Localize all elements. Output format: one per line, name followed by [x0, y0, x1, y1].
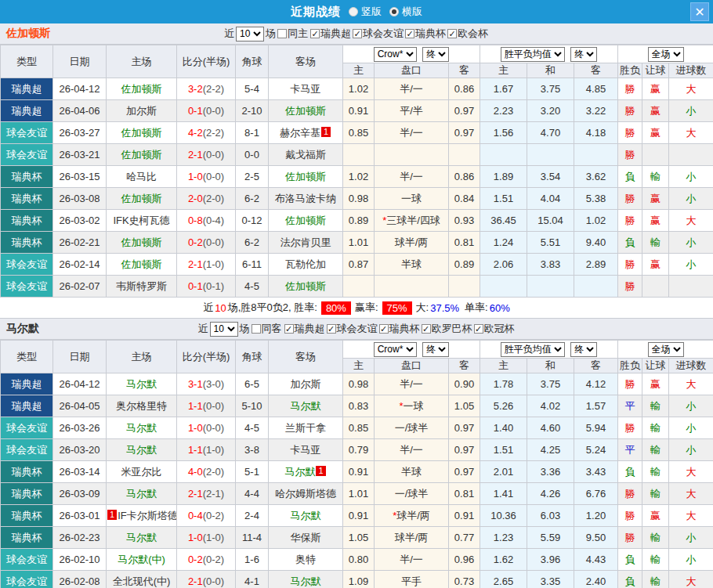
- odds-company-select[interactable]: Crow*: [374, 47, 417, 62]
- corner-score: 4-5: [236, 276, 269, 298]
- checkbox-checked-icon[interactable]: ✓: [327, 324, 336, 334]
- league-filter[interactable]: ✓欧罗巴杯: [422, 322, 472, 336]
- team-label: IFK史柯瓦德: [113, 215, 169, 226]
- avg-draw-odds: 3.35: [527, 571, 574, 588]
- halftime-score: (0-2): [203, 510, 224, 521]
- team-label: 佐加顿斯: [121, 236, 162, 248]
- league-filter[interactable]: ✓瑞典超: [310, 27, 351, 41]
- league-filter[interactable]: ✓欧会杯: [447, 27, 488, 41]
- odds-home: 0.80: [343, 549, 375, 571]
- col-date: 日期: [53, 45, 107, 78]
- league-filter[interactable]: ✓瑞典杯: [379, 322, 420, 336]
- handicap: 半/一: [375, 166, 449, 188]
- avg-draw-odds: 4.04: [527, 188, 574, 210]
- team-label: 佐加顿斯: [121, 193, 162, 204]
- team-name-home: 佐加顿斯: [6, 27, 50, 41]
- avg-home-odds: 2.01: [480, 461, 527, 483]
- same-venue-filter[interactable]: 同主: [277, 27, 308, 41]
- league-badge: 球会友谊: [1, 276, 53, 298]
- odds-time-select[interactable]: 终: [422, 342, 449, 357]
- scope-select[interactable]: 全场: [648, 47, 684, 62]
- scope-select[interactable]: 全场: [648, 342, 684, 357]
- result-goals: 大: [669, 373, 713, 395]
- odds-home: 1.05: [343, 527, 375, 549]
- red-card-badge: 1: [107, 510, 117, 520]
- rounds-select[interactable]: 10: [236, 27, 264, 41]
- away-team: 马尔默: [269, 395, 343, 417]
- avg-draw-odds: 3.83: [527, 254, 574, 276]
- match-date: 26-03-20: [53, 439, 107, 461]
- checkbox-unchecked-icon[interactable]: [252, 324, 261, 334]
- result-handicap: 輸: [642, 439, 669, 461]
- avg-type-select[interactable]: 胜平负均值: [501, 342, 565, 357]
- team-label: 卡马亚: [291, 444, 321, 456]
- avg-time-select[interactable]: 终: [570, 342, 597, 357]
- league-filters: ✓瑞典超✓球会友谊✓瑞典杯✓欧会杯: [309, 27, 489, 41]
- odds-time-select[interactable]: 终: [422, 47, 449, 62]
- match-date: 26-04-05: [53, 395, 107, 417]
- checkbox-checked-icon[interactable]: ✓: [422, 324, 431, 334]
- result-handicap: 輸: [642, 549, 669, 571]
- league-filter-label: 欧冠杯: [484, 322, 515, 336]
- rounds-select[interactable]: 10: [210, 322, 238, 337]
- layout-horizontal-option[interactable]: 横版: [382, 5, 422, 19]
- checkbox-checked-icon[interactable]: ✓: [379, 324, 389, 334]
- team-label: 哈尔姆斯塔德: [275, 488, 336, 500]
- profit-rate-badge: 75%: [382, 301, 412, 315]
- avg-draw-odds: 4.70: [527, 122, 574, 144]
- filter-controls: 近 10 场 同客 ✓瑞典超✓球会友谊✓瑞典杯✓欧罗巴杯✓欧冠杯: [197, 322, 516, 337]
- league-filter[interactable]: ✓球会友谊: [327, 322, 378, 336]
- match-date: 26-04-12: [53, 78, 107, 100]
- league-filter[interactable]: ✓球会友谊: [353, 27, 404, 41]
- checkbox-checked-icon[interactable]: ✓: [474, 324, 483, 334]
- halftime-score: (0-0): [203, 105, 224, 117]
- subcol-odds-home: 主: [343, 63, 375, 78]
- checkbox-checked-icon[interactable]: ✓: [353, 29, 362, 38]
- league-filter[interactable]: ✓瑞典超: [284, 322, 325, 336]
- fulltime-score: 1-1: [188, 400, 203, 412]
- match-date: 26-02-14: [53, 254, 107, 276]
- result-wdl: 勝: [618, 417, 642, 439]
- checkbox-checked-icon[interactable]: ✓: [447, 29, 457, 38]
- avg-type-select[interactable]: 胜平负均值: [501, 47, 565, 62]
- team-label: 米亚尔比: [121, 466, 162, 478]
- team-label: 全北现代(中): [113, 575, 171, 587]
- home-team: 米亚尔比: [107, 461, 177, 483]
- same-venue-filter[interactable]: 同客: [252, 322, 282, 336]
- summary-count: 10: [215, 302, 226, 314]
- league-filter[interactable]: ✓瑞典杯: [405, 27, 446, 41]
- halftime-score: (0-0): [203, 171, 224, 182]
- odds-home: 0.89: [343, 210, 375, 232]
- checkbox-checked-icon[interactable]: ✓: [284, 324, 294, 334]
- checkbox-unchecked-icon[interactable]: [277, 29, 287, 38]
- handicap: 半球: [375, 461, 449, 483]
- close-button[interactable]: ✕: [690, 2, 709, 21]
- checkbox-checked-icon[interactable]: ✓: [310, 29, 320, 38]
- away-team: 佐加顿斯: [269, 166, 343, 188]
- league-badge: 瑞典超: [1, 373, 53, 395]
- match-score: 0-2(0-0): [177, 232, 236, 254]
- result-wdl: 勝: [618, 505, 642, 527]
- radio-unchecked-icon[interactable]: [349, 7, 358, 16]
- odds-company-select[interactable]: Crow*: [374, 342, 417, 357]
- team-label: IF卡尔斯塔德: [118, 510, 176, 521]
- match-date: 26-02-21: [53, 232, 107, 254]
- radio-checked-icon[interactable]: [389, 7, 399, 16]
- result-handicap: 赢: [642, 100, 669, 122]
- checkbox-checked-icon[interactable]: ✓: [405, 29, 414, 38]
- team-label: 韦斯特罗斯: [116, 280, 167, 292]
- match-score: 4-0(2-0): [177, 461, 236, 483]
- layout-vertical-option[interactable]: 竖版: [341, 5, 382, 19]
- match-row: 瑞典杯26-02-23马尔默1-0(1-0)11-4华保斯1.05球半/两0.7…: [1, 527, 713, 549]
- home-team: 佐加顿斯: [107, 232, 177, 254]
- avg-time-select[interactable]: 终: [570, 47, 597, 62]
- handicap: 半/一: [375, 122, 449, 144]
- corner-score: 2-10: [236, 100, 269, 122]
- col-type: 类型: [1, 45, 53, 78]
- home-team: 1IF卡尔斯塔德: [107, 505, 177, 527]
- corner-score: 4-4: [236, 483, 269, 505]
- result-wdl: 負: [618, 461, 642, 483]
- recent-results-panel: 近期战绩 竖版 横版 ✕ 佐加顿斯 近 10 场 同主 ✓瑞典超✓球会友谊✓瑞典…: [0, 0, 713, 588]
- league-filter[interactable]: ✓欧冠杯: [474, 322, 515, 336]
- corner-score: 0-0: [236, 144, 269, 166]
